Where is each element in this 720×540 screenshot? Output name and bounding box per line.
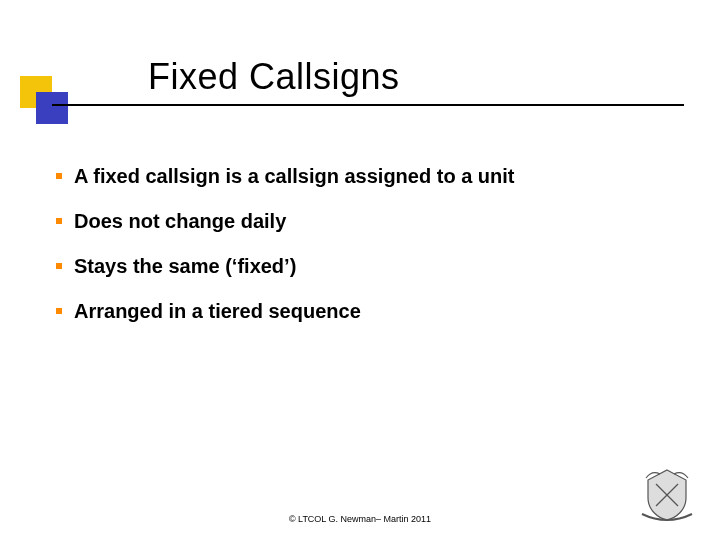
bullet-text: A fixed callsign is a callsign assigned … <box>74 165 515 187</box>
slide: Fixed Callsigns A fixed callsign is a ca… <box>0 0 720 540</box>
bullet-text: Arranged in a tiered sequence <box>74 300 361 322</box>
bullet-icon <box>56 173 62 179</box>
bullet-icon <box>56 263 62 269</box>
bullet-icon <box>56 308 62 314</box>
bullet-icon <box>56 218 62 224</box>
title-underline <box>52 104 684 106</box>
slide-body: A fixed callsign is a callsign assigned … <box>74 165 654 345</box>
bullet-text: Does not change daily <box>74 210 286 232</box>
crest-icon <box>632 464 702 524</box>
bullet-item: Does not change daily <box>74 210 654 233</box>
bullet-item: A fixed callsign is a callsign assigned … <box>74 165 654 188</box>
footer-credit: © LTCOL G. Newman– Martin 2011 <box>0 514 720 524</box>
accent-square-blue <box>36 92 68 124</box>
bullet-item: Stays the same (‘fixed’) <box>74 255 654 278</box>
slide-title: Fixed Callsigns <box>148 56 400 98</box>
bullet-item: Arranged in a tiered sequence <box>74 300 654 323</box>
bullet-text: Stays the same (‘fixed’) <box>74 255 296 277</box>
